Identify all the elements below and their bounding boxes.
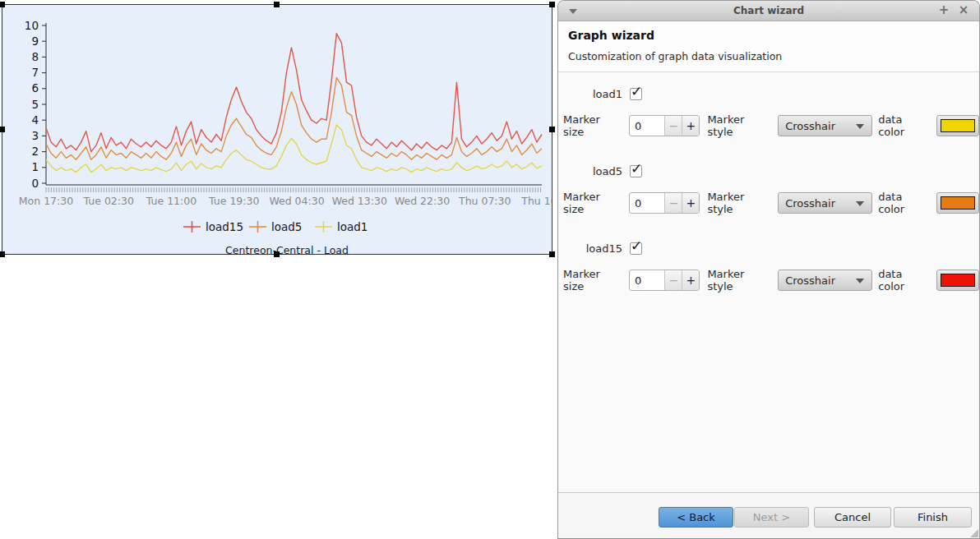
series-row-load1: load1 ✓ [563,88,642,100]
chevron-down-icon [856,279,864,283]
cancel-button[interactable]: Cancel [814,507,891,527]
svg-text:4: 4 [31,113,39,127]
finish-button[interactable]: Finish [894,507,972,527]
data-color-label: data color [878,268,930,293]
selection-handle-bottom-middle[interactable] [274,251,280,257]
svg-text:Thu 16:00: Thu 16:00 [520,195,552,207]
svg-text:2: 2 [31,145,39,158]
data-color-button-load1[interactable] [936,115,979,136]
selection-handle-bottom-right[interactable] [549,251,555,257]
checkmark-icon: ✓ [631,237,642,254]
selection-handle-top-right[interactable] [549,2,555,7]
svg-text:10: 10 [25,19,39,32]
svg-text:Centreon-Central - Load: Centreon-Central - Load [225,244,349,254]
selection-handle-bottom-left[interactable] [0,251,5,257]
maximize-button[interactable]: + [936,1,951,20]
chart-wizard-window: Chart wizard + × Graph wizard Customizat… [557,0,980,539]
marker-style-select-load1[interactable]: Crosshair [778,115,872,136]
window-menu-icon[interactable] [569,9,577,14]
svg-text:Tue 19:30: Tue 19:30 [208,195,259,207]
window-title: Chart wizard [558,1,979,21]
marker-size-stepper-load1[interactable]: 0 − + [629,115,700,136]
stepper-minus-button[interactable]: − [664,193,682,213]
series-controls-load5: Marker size 0 − + Marker style Crosshair… [563,191,979,215]
marker-size-label: Marker size [563,191,622,215]
marker-style-select-load5[interactable]: Crosshair [778,192,872,214]
svg-text:load15: load15 [206,220,243,233]
series-controls-load15: Marker size 0 − + Marker style Crosshair… [563,268,979,293]
svg-text:load1: load1 [337,220,368,233]
marker-size-value[interactable]: 0 [630,193,664,213]
marker-size-label: Marker size [563,113,622,138]
wizard-header: Graph wizard Customization of graph data… [558,21,979,72]
series-label: load5 [563,165,622,177]
checkmark-icon: ✓ [631,83,642,99]
selection-handle-middle-right[interactable] [549,127,555,132]
series-checkbox-load15[interactable]: ✓ [630,242,642,255]
selection-handle-middle-left[interactable] [0,127,5,132]
marker-style-select-load15[interactable]: Crosshair [778,270,872,291]
load-chart-svg: 012345678910Mon 17:30Tue 02:30Tue 11:00T… [2,5,552,254]
back-button[interactable]: < Back [659,507,733,527]
wizard-subtitle: Customization of graph data visualizatio… [568,50,969,62]
series-checkbox-load5[interactable]: ✓ [630,165,642,177]
marker-style-value: Crosshair [785,274,835,287]
series-label: load1 [563,88,622,100]
marker-size-label: Marker size [563,268,622,293]
color-swatch [941,119,975,132]
wizard-title: Graph wizard [568,29,969,42]
data-color-label: data color [878,191,930,215]
stepper-plus-button[interactable]: + [682,270,699,290]
svg-text:Tue 02:30: Tue 02:30 [83,195,134,207]
data-color-label: data color [878,113,930,138]
series-label: load15 [563,242,622,255]
data-color-button-load5[interactable] [936,192,979,214]
resize-grip[interactable] [970,529,978,537]
color-swatch [941,274,975,287]
next-button[interactable]: Next > [734,507,809,527]
svg-text:1: 1 [31,160,39,173]
marker-style-value: Crosshair [785,197,835,210]
svg-text:Wed 13:30: Wed 13:30 [332,195,387,207]
checkmark-icon: ✓ [631,160,642,177]
svg-text:9: 9 [31,35,39,48]
wizard-footer: < Back Next > Cancel Finish [558,493,979,538]
svg-text:6: 6 [31,81,39,94]
svg-text:load5: load5 [271,220,302,233]
svg-text:Mon 17:30: Mon 17:30 [19,195,73,207]
close-button[interactable]: × [956,1,971,20]
marker-size-stepper-load5[interactable]: 0 − + [629,192,700,214]
svg-text:5: 5 [31,98,39,111]
svg-text:Thu 07:30: Thu 07:30 [458,195,511,207]
svg-text:Wed 22:30: Wed 22:30 [395,195,450,207]
stepper-plus-button[interactable]: + [682,193,699,213]
svg-text:8: 8 [31,50,39,63]
marker-style-label: Marker style [707,113,771,138]
svg-text:0: 0 [31,177,39,190]
series-controls-load1: Marker size 0 − + Marker style Crosshair… [563,113,979,138]
stepper-minus-button[interactable]: − [664,270,682,290]
marker-style-label: Marker style [707,191,771,215]
svg-text:3: 3 [31,129,39,142]
series-row-load15: load15 ✓ [563,242,642,255]
data-color-button-load15[interactable] [936,270,979,291]
window-titlebar[interactable]: Chart wizard + × [558,1,979,21]
marker-style-label: Marker style [707,268,771,293]
stepper-plus-button[interactable]: + [682,116,699,136]
marker-size-value[interactable]: 0 [630,116,664,136]
series-row-load5: load5 ✓ [563,165,642,177]
load-chart-object[interactable]: 012345678910Mon 17:30Tue 02:30Tue 11:00T… [2,4,552,255]
marker-size-stepper-load15[interactable]: 0 − + [629,270,700,291]
series-checkbox-load1[interactable]: ✓ [630,88,642,100]
svg-text:Wed 04:30: Wed 04:30 [269,195,324,207]
stepper-minus-button[interactable]: − [664,116,682,136]
svg-text:7: 7 [31,66,39,79]
svg-text:Tue 11:00: Tue 11:00 [146,195,196,207]
marker-style-value: Crosshair [785,120,835,132]
marker-size-value[interactable]: 0 [630,270,664,290]
color-swatch [941,196,975,210]
chevron-down-icon [856,201,864,206]
selection-handle-top-left[interactable] [0,2,5,7]
selection-handle-top-middle[interactable] [274,2,280,7]
chevron-down-icon [856,124,864,129]
